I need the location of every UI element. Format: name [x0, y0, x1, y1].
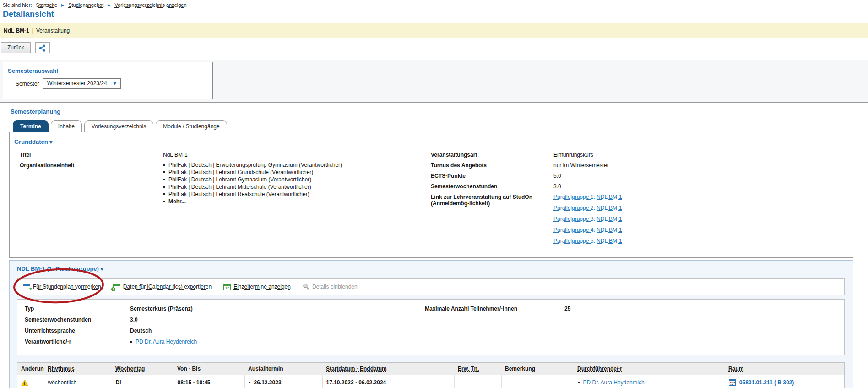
breadcrumb-link-vorlesungsverzeichnis[interactable]: Vorlesungsverzeichnis anzeigen [114, 2, 186, 8]
pg-sws-label: Semesterwochenstunden [25, 317, 130, 323]
room-plan-icon [729, 379, 736, 386]
studon-link-parallelgruppe-3[interactable]: Parallelgruppe 3: NDL BM-1 [553, 216, 622, 222]
max-teilnehmer-value: 25 [564, 306, 570, 312]
veranstaltungsart-label: Veranstaltungsart [431, 152, 553, 158]
magnifier-icon [303, 283, 309, 290]
studon-link-parallelgruppe-4[interactable]: Parallelgruppe 4: NDL BM-1 [553, 227, 622, 233]
parallelgruppe-section-toggle[interactable]: NDL BM-1 (1. Parallelgruppe) ▾ [17, 265, 845, 272]
calendar-export-icon: + [113, 284, 120, 290]
ects-label: ECTS-Punkte [431, 173, 553, 179]
cell-raum: 05801.01.211 ( B 302) [725, 375, 844, 388]
org-item: PhilFak | Deutsch | Lehramt Mittelschule… [163, 184, 342, 190]
grunddaten-section-toggle[interactable]: Grunddaten ▾ [14, 138, 853, 145]
turnus-label: Turnus des Angebots [431, 162, 553, 169]
cell-bemerkung [501, 375, 574, 388]
breadcrumb-link-studienangebot[interactable]: Studienangebot [68, 2, 103, 8]
semester-selection-heading: Semesterauswahl [8, 67, 212, 74]
page-title: Detailansicht [3, 10, 868, 19]
cell-durchfuehrende: PD Dr. Aura Heydenreich [574, 375, 725, 388]
tab-bar: Termine Inhalte Vorlesungsverzeichnis Mo… [13, 120, 856, 132]
ausfalltermin-item: 26.12.2023 [249, 379, 319, 386]
context-bar: NdL BM-1 | Veranstaltung [0, 23, 868, 38]
back-button[interactable]: Zurück [1, 42, 31, 53]
studon-link-parallelgruppe-2[interactable]: Parallelgruppe 2: NDL BM-1 [553, 205, 622, 211]
tab-module-studiengaenge[interactable]: Module / Studiengänge [156, 120, 227, 132]
cell-von-bis: 08:15 - 10:45 [174, 375, 244, 388]
timetable-calendar-icon: ➜ [23, 284, 30, 290]
studon-link-parallelgruppe-5[interactable]: Parallelgruppe 5: NDL BM-1 [553, 238, 622, 244]
col-raum: Raum [725, 363, 844, 375]
verantwortliche-link[interactable]: PD Dr. Aura Heydenreich [136, 339, 197, 345]
raum-link[interactable]: 05801.01.211 ( B 302) [739, 379, 794, 386]
semester-dropdown-value: Wintersemester 2023/24 [47, 80, 107, 87]
titel-label: Titel [20, 152, 163, 158]
turnus-value: nur im Wintersemester [553, 162, 609, 169]
org-item: PhilFak | Deutsch | Erweiterungsprüfung … [163, 162, 342, 168]
action-row: Zurück [1, 42, 868, 53]
semester-selection-panel: Semesterauswahl Semester Wintersemester … [3, 62, 213, 99]
titel-value: NdL BM-1 [163, 152, 188, 158]
tab-termine[interactable]: Termine [13, 120, 49, 132]
verantwortliche-label: Verantwortliche/-r [25, 339, 130, 345]
details-einblenden-action: Details einblenden [303, 283, 358, 290]
studon-link-parallelgruppe-1[interactable]: Parallelgruppe 1: NDL BM-1 [553, 194, 622, 200]
breadcrumb-arrow-icon: ▶ [61, 3, 64, 7]
breadcrumb-arrow-icon: ▶ [108, 3, 110, 7]
stundenplan-vormerken-action[interactable]: ➜ Für Stundenplan vormerken [23, 284, 101, 290]
einzeltermine-action[interactable]: 12 Einzeltermine anzeigen [223, 284, 291, 290]
tab-vorlesungsverzeichnis[interactable]: Vorlesungsverzeichnis [84, 120, 153, 132]
grunddaten-heading: Grunddaten [14, 138, 48, 145]
parallelgruppe-details: Typ Semesterkurs (Präsenz) Semesterwoche… [17, 299, 845, 355]
semester-label: Semester [16, 81, 43, 87]
unterrichtssprache-label: Unterrichtssprache [25, 328, 130, 334]
cell-wochentag: Di [112, 375, 174, 388]
organisationseinheit-label: Organisationseinheit [20, 162, 163, 206]
typ-value: Semesterkurs (Präsenz) [130, 306, 193, 312]
cell-rhythmus: wöchentlich [44, 375, 112, 388]
ical-export-link[interactable]: Daten für iCalendar (ics) exportieren [123, 284, 212, 290]
max-teilnehmer-label: Maximale Anzahl Teilnehmer/-innen [425, 306, 564, 312]
cell-ausfalltermin: 26.12.2023 02.01.2024 [244, 375, 322, 388]
tab-inhalte[interactable]: Inhalte [51, 120, 82, 132]
sws-label: Semesterwochenstunden [431, 183, 553, 190]
pg-sws-value: 3.0 [130, 317, 138, 323]
breadcrumb: Sie sind hier: Startseite ▶ Studienangeb… [0, 0, 868, 8]
einzeltermine-link[interactable]: Einzeltermine anzeigen [233, 284, 291, 290]
durchfuehrende-link[interactable]: PD Dr. Aura Heydenreich [583, 379, 645, 386]
table-header-row: Änderungen Rhythmus Wochentag Von - Bis … [17, 363, 844, 375]
breadcrumb-link-startseite[interactable]: Startseite [36, 2, 57, 8]
context-course: NdL BM-1 [4, 27, 29, 34]
details-einblenden-label: Details einblenden [312, 284, 358, 290]
termine-table: Änderungen Rhythmus Wochentag Von - Bis … [17, 363, 844, 388]
sws-value: 3.0 [553, 183, 561, 190]
breadcrumb-prefix: Sie sind hier: [3, 2, 32, 8]
col-bemerkung: Bemerkung [501, 363, 574, 375]
chevron-down-icon: ▾ [49, 139, 52, 145]
studon-link-list: Parallelgruppe 1: NDL BM-1 Parallelgrupp… [553, 194, 622, 249]
semester-dropdown[interactable]: Wintersemester 2023/24 ▾ [43, 78, 121, 89]
col-ausfalltermin: Ausfalltermin [244, 363, 322, 375]
chevron-down-icon: ▾ [114, 81, 116, 86]
semester-band: Semesterauswahl Semester Wintersemester … [0, 60, 868, 103]
typ-label: Typ [25, 306, 130, 312]
unterrichtssprache-value: Deutsch [130, 328, 152, 334]
mehr-link[interactable]: Mehr... [168, 198, 186, 205]
studon-label: Link zur Lehrveranstaltung auf StudOn (A… [431, 194, 553, 249]
cell-zeitraum: 17.10.2023 - 06.02.2024 [322, 375, 454, 388]
col-rhythmus: Rhythmus [44, 363, 112, 375]
calendar-dates-icon: 12 [223, 284, 231, 290]
context-separator: | [32, 27, 33, 34]
col-wochentag: Wochentag [112, 363, 174, 375]
share-button[interactable] [35, 42, 50, 53]
parallelgruppe-heading: NDL BM-1 (1. Parallelgruppe) [17, 265, 99, 272]
termine-tab-panel: Grunddaten ▾ Titel NdL BM-1 Organisation… [9, 132, 853, 258]
semester-planning-panel: Semesterplanung Termine Inhalte Vorlesun… [3, 104, 862, 388]
parallelgruppe-section: NDL BM-1 (1. Parallelgruppe) ▾ ➜ Für Stu… [9, 260, 853, 388]
termine-table-container: Änderungen Rhythmus Wochentag Von - Bis … [17, 362, 845, 388]
organisationseinheit-list: PhilFak | Deutsch | Erweiterungsprüfung … [163, 162, 342, 206]
stundenplan-vormerken-link[interactable]: Für Stundenplan vormerken [33, 284, 101, 290]
ical-export-action[interactable]: + Daten für iCalendar (ics) exportieren [113, 284, 212, 290]
semester-planning-heading: Semesterplanung [11, 108, 856, 115]
context-entity: Veranstaltung [36, 27, 70, 34]
org-item: PhilFak | Deutsch | Lehramt Realschule (… [163, 191, 342, 197]
